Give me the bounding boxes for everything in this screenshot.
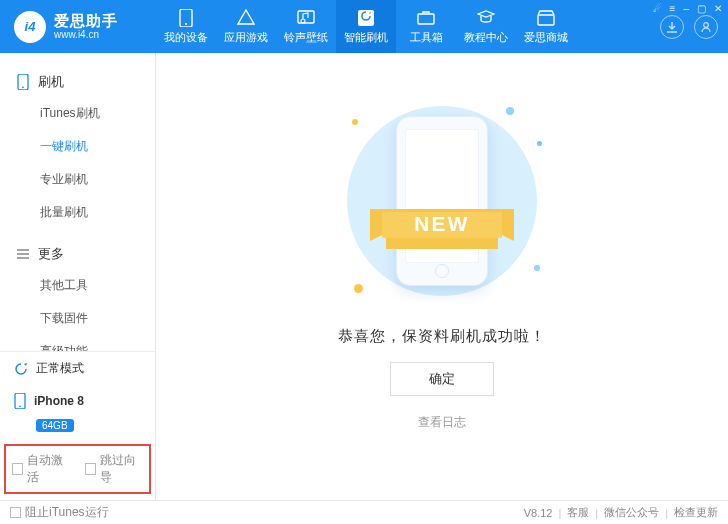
- header-tabs: 我的设备 应用游戏 铃声壁纸 智能刷机 工具箱: [156, 0, 660, 53]
- sidebar-item-oneclick-flash[interactable]: 一键刷机: [0, 130, 155, 163]
- checkbox-auto-activate[interactable]: 自动激活: [12, 452, 71, 486]
- toolbox-icon: [415, 9, 437, 27]
- sidebar-group-header[interactable]: 更多: [0, 239, 155, 269]
- tab-label: 智能刷机: [344, 30, 388, 45]
- flash-icon: [355, 9, 377, 27]
- tab-ring[interactable]: 铃声壁纸: [276, 0, 336, 53]
- new-ribbon: NEW: [362, 201, 522, 257]
- device-mode-row[interactable]: 正常模式: [0, 352, 155, 385]
- svg-point-10: [19, 405, 21, 407]
- checkbox-label: 阻止iTunes运行: [25, 504, 109, 521]
- ok-button[interactable]: 确定: [390, 362, 494, 396]
- minimize-icon[interactable]: –: [683, 3, 689, 14]
- sidebar-item-itunes-flash[interactable]: iTunes刷机: [0, 97, 155, 130]
- tab-label: 铃声壁纸: [284, 30, 328, 45]
- tab-label: 应用游戏: [224, 30, 268, 45]
- sidebar-item-pro-flash[interactable]: 专业刷机: [0, 163, 155, 196]
- checkbox-block-itunes[interactable]: 阻止iTunes运行: [10, 504, 109, 521]
- tab-tools[interactable]: 工具箱: [396, 0, 456, 53]
- close-icon[interactable]: ✕: [714, 3, 722, 14]
- phone-icon: [14, 393, 26, 409]
- device-name: iPhone 8: [34, 394, 84, 408]
- tab-apps[interactable]: 应用游戏: [216, 0, 276, 53]
- tab-label: 教程中心: [464, 30, 508, 45]
- device-icon: [175, 9, 197, 27]
- tab-device[interactable]: 我的设备: [156, 0, 216, 53]
- body: 刷机 iTunes刷机 一键刷机 专业刷机 批量刷机 更多 其他工具 下载固件 …: [0, 53, 728, 500]
- sidebar-bottom: 正常模式 iPhone 8 64GB 自动激活 跳过向导: [0, 351, 155, 500]
- main-panel: NEW 恭喜您，保资料刷机成功啦！ 确定 查看日志: [156, 53, 728, 500]
- sidebar-item-batch-flash[interactable]: 批量刷机: [0, 196, 155, 229]
- status-link-wechat[interactable]: 微信公众号: [604, 505, 659, 520]
- sidebar-group-more: 更多 其他工具 下载固件 高级功能: [0, 235, 155, 351]
- svg-point-8: [22, 86, 24, 88]
- sidebar-group-flash: 刷机 iTunes刷机 一键刷机 专业刷机 批量刷机: [0, 63, 155, 235]
- success-message: 恭喜您，保资料刷机成功啦！: [338, 327, 546, 346]
- status-link-support[interactable]: 客服: [567, 505, 589, 520]
- device-mode-label: 正常模式: [36, 360, 84, 377]
- user-icon[interactable]: [694, 15, 718, 39]
- list-icon: [16, 249, 30, 259]
- skin-icon[interactable]: ☄: [653, 3, 662, 14]
- tab-label: 工具箱: [410, 30, 443, 45]
- tab-flash[interactable]: 智能刷机: [336, 0, 396, 53]
- sidebar-item-download-fw[interactable]: 下载固件: [0, 302, 155, 335]
- brand: i4 爱思助手 www.i4.cn: [0, 0, 156, 53]
- tutorial-icon: [475, 9, 497, 27]
- tab-mall[interactable]: 爱思商城: [516, 0, 576, 53]
- sidebar-item-advanced[interactable]: 高级功能: [0, 335, 155, 351]
- menu-icon[interactable]: ≡: [670, 3, 676, 14]
- window-controls: ☄ ≡ – ▢ ✕: [653, 3, 722, 14]
- success-illustration: NEW: [332, 101, 552, 301]
- mall-icon: [535, 9, 557, 27]
- checkbox-label: 跳过向导: [100, 452, 143, 486]
- apps-icon: [235, 9, 257, 27]
- sidebar-group-title: 刷机: [38, 73, 64, 91]
- svg-rect-4: [418, 14, 434, 24]
- tab-tutorial[interactable]: 教程中心: [456, 0, 516, 53]
- view-log-link[interactable]: 查看日志: [418, 414, 466, 431]
- svg-rect-5: [538, 15, 554, 25]
- checkbox-skip-guide[interactable]: 跳过向导: [85, 452, 144, 486]
- checkbox-box-icon: [12, 463, 23, 475]
- svg-point-1: [185, 23, 187, 25]
- sidebar-group-title: 更多: [38, 245, 64, 263]
- tab-label: 爱思商城: [524, 30, 568, 45]
- device-storage-badge: 64GB: [36, 419, 74, 432]
- checkbox-box-icon: [85, 463, 96, 475]
- refresh-icon: [14, 362, 28, 376]
- sidebar: 刷机 iTunes刷机 一键刷机 专业刷机 批量刷机 更多 其他工具 下载固件 …: [0, 53, 156, 500]
- header: i4 爱思助手 www.i4.cn 我的设备 应用游戏 铃声壁纸: [0, 0, 728, 53]
- device-row[interactable]: iPhone 8 64GB: [0, 385, 155, 440]
- version-label: V8.12: [524, 507, 553, 519]
- download-icon[interactable]: [660, 15, 684, 39]
- maximize-icon[interactable]: ▢: [697, 3, 706, 14]
- brand-name: 爱思助手: [54, 12, 118, 29]
- brand-logo-icon: i4: [14, 11, 46, 43]
- sidebar-item-other-tools[interactable]: 其他工具: [0, 269, 155, 302]
- sidebar-group-header[interactable]: 刷机: [0, 67, 155, 97]
- svg-text:NEW: NEW: [414, 212, 470, 235]
- statusbar: 阻止iTunes运行 V8.12 | 客服 | 微信公众号 | 检查更新: [0, 500, 728, 524]
- ringtone-icon: [295, 9, 317, 27]
- tab-label: 我的设备: [164, 30, 208, 45]
- flash-options-highlight: 自动激活 跳过向导: [4, 444, 151, 494]
- svg-point-6: [704, 22, 709, 27]
- phone-icon: [16, 74, 30, 90]
- checkbox-box-icon: [10, 507, 21, 518]
- status-link-update[interactable]: 检查更新: [674, 505, 718, 520]
- brand-domain: www.i4.cn: [54, 29, 118, 41]
- checkbox-label: 自动激活: [27, 452, 70, 486]
